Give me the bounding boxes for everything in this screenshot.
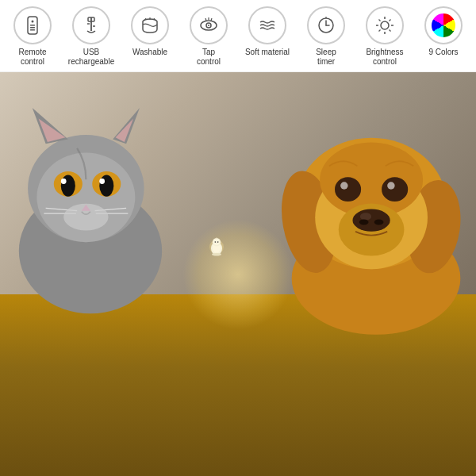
sleep-icon bbox=[316, 15, 336, 36]
svg-line-11 bbox=[154, 18, 155, 21]
colors-icon bbox=[432, 13, 455, 37]
svg-point-73 bbox=[360, 213, 371, 220]
remote-label: Remotecontrol bbox=[18, 48, 46, 67]
colors-label: 9 Colors bbox=[428, 48, 458, 57]
svg-line-29 bbox=[390, 30, 391, 32]
svg-line-22 bbox=[331, 20, 332, 21]
svg-line-31 bbox=[379, 30, 381, 32]
svg-point-69 bbox=[340, 182, 347, 189]
svg-point-70 bbox=[387, 182, 394, 189]
svg-point-50 bbox=[63, 204, 108, 231]
cat-svg bbox=[0, 72, 190, 323]
svg-point-44 bbox=[99, 178, 105, 184]
svg-point-75 bbox=[374, 220, 384, 225]
colors-icon-circle bbox=[424, 6, 463, 44]
svg-line-9 bbox=[144, 18, 146, 21]
sleep-icon-circle bbox=[307, 6, 345, 44]
feature-soft: Soft material bbox=[240, 6, 294, 57]
svg-line-17 bbox=[205, 18, 206, 21]
tap-icon-circle bbox=[190, 6, 228, 44]
remote-icon-circle bbox=[13, 6, 52, 44]
svg-point-55 bbox=[213, 239, 220, 245]
svg-point-72 bbox=[352, 209, 390, 232]
night-lamp bbox=[206, 236, 270, 323]
soft-icon bbox=[257, 15, 278, 36]
soft-label: Soft material bbox=[245, 48, 290, 57]
svg-line-30 bbox=[390, 20, 391, 21]
product-photo bbox=[0, 72, 476, 476]
washable-icon-circle bbox=[131, 6, 169, 44]
remote-icon bbox=[22, 15, 43, 36]
svg-point-14 bbox=[208, 25, 209, 26]
usb-icon-circle bbox=[72, 6, 110, 44]
svg-point-68 bbox=[382, 177, 408, 202]
svg-point-23 bbox=[381, 21, 389, 29]
svg-rect-4 bbox=[30, 29, 35, 31]
scene bbox=[0, 72, 476, 476]
washable-icon bbox=[140, 15, 160, 36]
feature-sleep: Sleeptimer bbox=[299, 6, 353, 67]
feature-tap: Tapcontrol bbox=[182, 6, 236, 67]
svg-point-74 bbox=[359, 220, 369, 225]
brightness-label: Brightnesscontrol bbox=[366, 48, 403, 67]
cat-image bbox=[0, 72, 190, 323]
sleep-label: Sleeptimer bbox=[316, 48, 336, 67]
svg-point-60 bbox=[212, 252, 221, 255]
dog-svg bbox=[262, 72, 476, 335]
product-page: Remotecontrol USBrechargeable bbox=[0, 0, 476, 476]
svg-point-56 bbox=[215, 241, 217, 243]
svg-rect-2 bbox=[30, 25, 35, 26]
feature-remote: Remotecontrol bbox=[6, 6, 60, 67]
svg-point-1 bbox=[32, 21, 34, 23]
brightness-icon bbox=[374, 15, 395, 36]
soft-icon-circle bbox=[248, 6, 286, 44]
svg-point-41 bbox=[61, 175, 75, 197]
feature-usb: USBrechargeable bbox=[64, 6, 118, 67]
tap-label: Tapcontrol bbox=[197, 48, 221, 67]
svg-point-43 bbox=[61, 178, 67, 184]
usb-label: USBrechargeable bbox=[68, 48, 114, 67]
features-bar: Remotecontrol USBrechargeable bbox=[0, 0, 476, 72]
dog-image bbox=[262, 72, 476, 335]
washable-label: Washable bbox=[132, 48, 167, 57]
feature-brightness: Brightnesscontrol bbox=[358, 6, 412, 67]
usb-icon bbox=[81, 15, 102, 36]
feature-colors: 9 Colors bbox=[416, 6, 470, 57]
svg-line-28 bbox=[379, 20, 381, 21]
svg-line-16 bbox=[211, 18, 212, 21]
lamp-svg bbox=[206, 236, 227, 256]
feature-washable: Washable bbox=[123, 6, 177, 57]
svg-point-57 bbox=[217, 241, 219, 243]
svg-marker-35 bbox=[113, 108, 140, 144]
brightness-icon-circle bbox=[366, 6, 404, 44]
tap-icon bbox=[198, 15, 219, 36]
svg-point-42 bbox=[99, 175, 113, 197]
svg-rect-3 bbox=[30, 27, 35, 29]
svg-point-67 bbox=[335, 177, 361, 202]
